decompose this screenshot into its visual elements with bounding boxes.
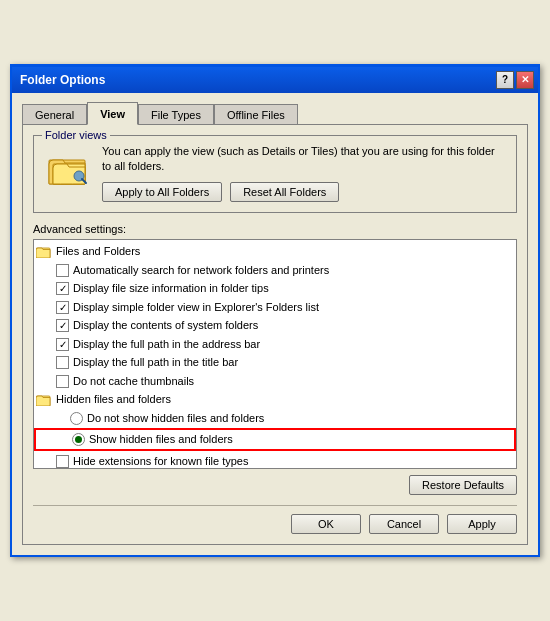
title-bar-buttons: ? ✕	[496, 71, 534, 89]
apply-to-all-folders-button[interactable]: Apply to All Folders	[102, 182, 222, 202]
folder-views-right: You can apply the view (such as Details …	[102, 144, 506, 203]
list-item: Files and Folders	[34, 242, 516, 261]
folder-options-dialog: Folder Options ? ✕ General View File Typ…	[10, 64, 540, 558]
list-item[interactable]: ✓ Display the contents of system folders	[34, 316, 516, 335]
list-item[interactable]: Automatically search for network folders…	[34, 261, 516, 280]
tab-file-types[interactable]: File Types	[138, 104, 214, 125]
reset-all-folders-button[interactable]: Reset All Folders	[230, 182, 339, 202]
folder-icon	[44, 148, 92, 188]
restore-defaults-row: Restore Defaults	[33, 475, 517, 495]
list-item[interactable]: ✓ Display the full path in the address b…	[34, 335, 516, 354]
tab-content-view: Folder views	[22, 124, 528, 546]
title-bar: Folder Options ? ✕	[12, 67, 538, 93]
checkbox-icon[interactable]: ✓	[56, 338, 69, 351]
restore-defaults-button[interactable]: Restore Defaults	[409, 475, 517, 495]
checkbox-icon[interactable]: ✓	[56, 282, 69, 295]
radio-icon[interactable]	[70, 412, 83, 425]
checkbox-icon[interactable]	[56, 264, 69, 277]
item-label: Display simple folder view in Explorer's…	[73, 299, 319, 316]
advanced-settings-label: Advanced settings:	[33, 223, 517, 235]
item-label: Do not cache thumbnails	[73, 373, 194, 390]
item-label: Display the full path in the title bar	[73, 354, 238, 371]
item-label: Automatically search for network folders…	[73, 262, 329, 279]
item-label: Display the contents of system folders	[73, 317, 258, 334]
settings-container: Files and Folders Automatically search f…	[33, 239, 517, 469]
folder-views-desc: You can apply the view (such as Details …	[102, 144, 506, 175]
item-label: Display file size information in folder …	[73, 280, 269, 297]
dialog-content: General View File Types Offline Files Fo…	[12, 93, 538, 556]
item-label: Hidden files and folders	[56, 391, 171, 408]
cancel-button[interactable]: Cancel	[369, 514, 439, 534]
list-item[interactable]: Hide extensions for known file types	[34, 452, 516, 470]
list-item[interactable]: Display the full path in the title bar	[34, 353, 516, 372]
checkbox-icon[interactable]: ✓	[56, 301, 69, 314]
item-label: Do not show hidden files and folders	[87, 410, 264, 427]
tab-view[interactable]: View	[87, 102, 138, 125]
list-item[interactable]: Do not show hidden files and folders	[34, 409, 516, 428]
item-label: Files and Folders	[56, 243, 140, 260]
tab-general[interactable]: General	[22, 104, 87, 125]
list-item: Hidden files and folders	[34, 390, 516, 409]
apply-button[interactable]: Apply	[447, 514, 517, 534]
tab-bar: General View File Types Offline Files	[22, 101, 528, 124]
checkbox-icon[interactable]	[56, 455, 69, 468]
folder-views-group: Folder views	[33, 135, 517, 214]
dialog-title: Folder Options	[20, 73, 105, 87]
checkbox-icon[interactable]	[56, 375, 69, 388]
tab-offline-files[interactable]: Offline Files	[214, 104, 298, 125]
checkbox-icon[interactable]: ✓	[56, 319, 69, 332]
list-item[interactable]: Do not cache thumbnails	[34, 372, 516, 391]
folder-views-buttons: Apply to All Folders Reset All Folders	[102, 182, 506, 202]
radio-icon-checked[interactable]	[72, 433, 85, 446]
close-button[interactable]: ✕	[516, 71, 534, 89]
list-item-show-hidden[interactable]: Show hidden files and folders	[34, 428, 516, 451]
folder-views-label: Folder views	[42, 129, 110, 141]
item-label: Display the full path in the address bar	[73, 336, 260, 353]
item-label: Show hidden files and folders	[89, 431, 233, 448]
item-label: Hide extensions for known file types	[73, 453, 248, 470]
advanced-settings-list[interactable]: Files and Folders Automatically search f…	[33, 239, 517, 469]
list-item[interactable]: ✓ Display simple folder view in Explorer…	[34, 298, 516, 317]
checkbox-icon[interactable]	[56, 356, 69, 369]
folder-views-inner: You can apply the view (such as Details …	[44, 144, 506, 203]
help-button[interactable]: ?	[496, 71, 514, 89]
bottom-buttons: OK Cancel Apply	[33, 505, 517, 534]
ok-button[interactable]: OK	[291, 514, 361, 534]
list-item[interactable]: ✓ Display file size information in folde…	[34, 279, 516, 298]
